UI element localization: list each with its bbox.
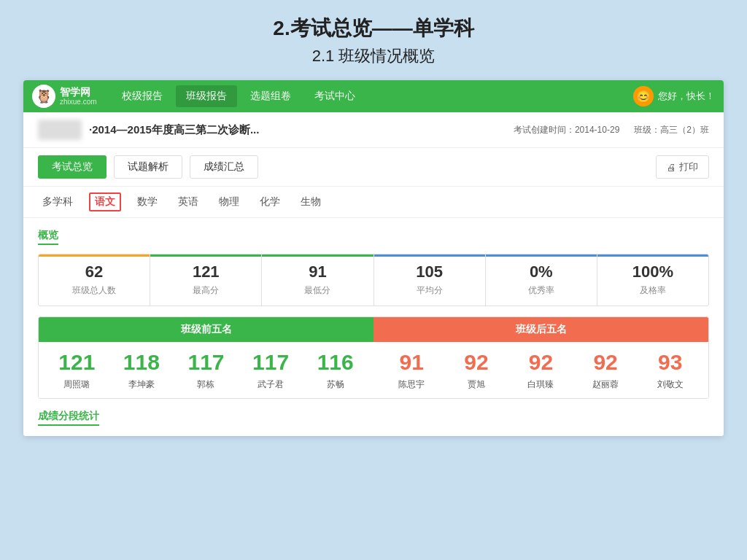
bottom-name-1: 陈思宇 xyxy=(379,378,444,391)
bottom-name-3: 白琪臻 xyxy=(508,378,573,391)
navbar-menu: 校级报告 班级报告 选题组卷 考试中心 xyxy=(112,85,633,107)
top-score-5: 116 xyxy=(303,349,368,376)
bottom-student-1: 91 陈思宇 xyxy=(379,349,444,391)
navbar-item-exam-center[interactable]: 考试中心 xyxy=(304,85,365,107)
exam-logo-placeholder xyxy=(38,120,82,140)
logo-emoji: 🦉 xyxy=(36,88,52,104)
top-students-section: 班级前五名 121 周照璐 118 李坤豪 117 郭栋 xyxy=(39,317,374,398)
subject-physics[interactable]: 物理 xyxy=(214,194,244,210)
logo-icon: 🦉 xyxy=(32,85,55,108)
exam-header: ·2014—2015年度高三第二次诊断... 考试创建时间：2014-10-29… xyxy=(23,112,724,148)
bottom-student-4: 92 赵丽蓉 xyxy=(573,349,638,391)
top-student-5: 116 苏畅 xyxy=(303,349,368,391)
print-button[interactable]: 🖨 打印 xyxy=(656,155,709,179)
navbar-user: 😊 您好，快长！ xyxy=(633,86,715,106)
score-dist-title: 成绩分段统计 xyxy=(38,410,99,426)
top-student-2: 118 李坤豪 xyxy=(109,349,174,391)
stat-total-value: 62 xyxy=(44,262,144,281)
exam-class-label: 班级：高三（2）班 xyxy=(634,124,709,136)
bottom-score-3: 92 xyxy=(508,349,573,376)
score-dist-section: 成绩分段统计 xyxy=(23,409,724,436)
stat-lowest-label: 最低分 xyxy=(268,284,367,297)
subject-english[interactable]: 英语 xyxy=(174,194,203,210)
stat-highest-value: 121 xyxy=(156,262,255,281)
user-greeting: 您好，快长！ xyxy=(658,90,715,103)
stat-average-label: 平均分 xyxy=(380,284,479,297)
bottom-name-5: 刘敬文 xyxy=(638,378,703,391)
stat-lowest: 91 最低分 xyxy=(262,254,374,306)
page-title-main: 2.考试总览——单学科 xyxy=(273,15,473,42)
top-students-header: 班级前五名 xyxy=(39,317,374,342)
top-score-2: 118 xyxy=(109,349,174,376)
top-name-3: 郭栋 xyxy=(174,378,239,391)
top-student-1: 121 周照璐 xyxy=(44,349,109,391)
top-score-1: 121 xyxy=(44,349,109,376)
overview-section: 概览 62 班级总人数 121 最高分 91 最低分 105 平均分 xyxy=(23,218,724,409)
subject-multi[interactable]: 多学科 xyxy=(38,194,77,210)
exam-meta: 考试创建时间：2014-10-29 班级：高三（2）班 xyxy=(514,124,709,136)
stat-pass-rate: 100% 及格率 xyxy=(597,254,708,306)
stat-pass-value: 100% xyxy=(603,262,703,281)
bottom-score-1: 91 xyxy=(379,349,444,376)
exam-title: ·2014—2015年度高三第二次诊断... xyxy=(89,123,514,137)
stats-row: 62 班级总人数 121 最高分 91 最低分 105 平均分 0% 优秀率 xyxy=(38,254,709,306)
bottom-score-5: 93 xyxy=(638,349,703,376)
app-container: 🦉 智学网 zhixue.com 校级报告 班级报告 选题组卷 考试中心 😊 您… xyxy=(23,80,724,436)
user-avatar: 😊 xyxy=(633,86,654,106)
stat-excellent-value: 0% xyxy=(492,262,591,281)
top-name-1: 周照璐 xyxy=(44,378,109,391)
tab-exam-overview[interactable]: 考试总览 xyxy=(38,155,107,179)
bottom-student-2: 92 贾旭 xyxy=(444,349,509,391)
tab-bar: 考试总览 试题解析 成绩汇总 🖨 打印 xyxy=(23,148,724,187)
stat-average: 105 平均分 xyxy=(374,254,486,306)
navbar-item-question-selection[interactable]: 选题组卷 xyxy=(240,85,301,107)
stat-average-value: 105 xyxy=(380,262,479,281)
user-emoji: 😊 xyxy=(636,90,651,104)
subject-chinese[interactable]: 语文 xyxy=(89,192,121,211)
bottom-student-3: 92 白琪臻 xyxy=(508,349,573,391)
students-row: 班级前五名 121 周照璐 118 李坤豪 117 郭栋 xyxy=(38,316,709,399)
top-name-2: 李坤豪 xyxy=(109,378,174,391)
bottom-students-section: 班级后五名 91 陈思宇 92 贾旭 92 白琪臻 xyxy=(374,317,708,398)
exam-created-label: 考试创建时间：2014-10-29 xyxy=(514,124,619,136)
navbar-item-class-report[interactable]: 班级报告 xyxy=(176,85,237,107)
subject-tabs: 多学科 语文 数学 英语 物理 化学 生物 xyxy=(23,187,724,218)
navbar-logo: 🦉 智学网 zhixue.com xyxy=(32,85,97,108)
top-name-5: 苏畅 xyxy=(303,378,368,391)
stat-total-students: 62 班级总人数 xyxy=(39,254,150,306)
bottom-students-header: 班级后五名 xyxy=(374,317,708,342)
stat-excellent-rate: 0% 优秀率 xyxy=(486,254,597,306)
tab-question-analysis[interactable]: 试题解析 xyxy=(114,155,182,179)
stat-total-label: 班级总人数 xyxy=(44,284,144,297)
navbar-item-school-report[interactable]: 校级报告 xyxy=(112,85,173,107)
stat-lowest-value: 91 xyxy=(268,262,367,281)
bottom-score-4: 92 xyxy=(573,349,638,376)
logo-en: zhixue.com xyxy=(60,98,97,106)
stat-excellent-label: 优秀率 xyxy=(492,284,591,297)
bottom-name-4: 赵丽蓉 xyxy=(573,378,638,391)
top-score-4: 117 xyxy=(239,349,303,376)
page-title-area: 2.考试总览——单学科 2.1 班级情况概览 xyxy=(273,15,473,67)
overview-section-title: 概览 xyxy=(38,229,58,245)
stat-highest-label: 最高分 xyxy=(156,284,255,297)
bottom-name-2: 贾旭 xyxy=(444,378,509,391)
tab-score-summary[interactable]: 成绩汇总 xyxy=(190,155,258,179)
stat-highest: 121 最高分 xyxy=(150,254,262,306)
top-score-3: 117 xyxy=(174,349,239,376)
subject-math[interactable]: 数学 xyxy=(133,194,162,210)
top-student-3: 117 郭栋 xyxy=(174,349,239,391)
stat-pass-label: 及格率 xyxy=(603,284,703,297)
top-name-4: 武子君 xyxy=(239,378,303,391)
navbar: 🦉 智学网 zhixue.com 校级报告 班级报告 选题组卷 考试中心 😊 您… xyxy=(23,80,724,112)
top-students-content: 121 周照璐 118 李坤豪 117 郭栋 117 xyxy=(39,342,374,398)
bottom-score-2: 92 xyxy=(444,349,509,376)
bottom-students-content: 91 陈思宇 92 贾旭 92 白琪臻 92 赵 xyxy=(374,342,708,398)
subject-biology[interactable]: 生物 xyxy=(296,194,325,210)
logo-text: 智学网 zhixue.com xyxy=(60,87,97,106)
top-student-4: 117 武子君 xyxy=(239,349,303,391)
print-label: 打印 xyxy=(679,160,698,174)
page-title-sub: 2.1 班级情况概览 xyxy=(273,45,473,67)
bottom-student-5: 93 刘敬文 xyxy=(638,349,703,391)
subject-chemistry[interactable]: 化学 xyxy=(255,194,285,210)
logo-cn: 智学网 xyxy=(60,87,97,98)
